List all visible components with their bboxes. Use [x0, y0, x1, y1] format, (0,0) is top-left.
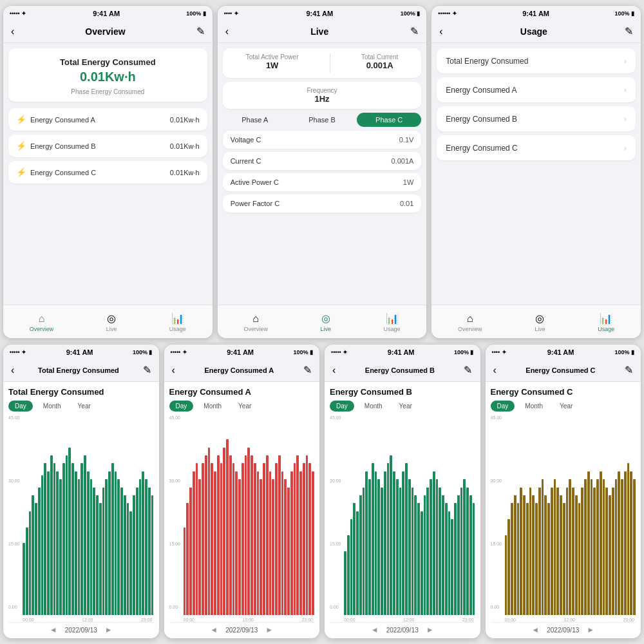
bar	[473, 503, 475, 615]
phase-row-b[interactable]: ⚡ Energy Consumed B 0.01Kw·h	[8, 135, 207, 157]
phase-tab-b[interactable]: Phase B	[290, 113, 354, 127]
chart-tab-day-a[interactable]: Day	[169, 401, 194, 412]
usage-row-a[interactable]: Energy Consumed A ›	[437, 77, 636, 102]
bar	[78, 479, 80, 615]
total-energy-value: 0.01Kw·h	[15, 70, 201, 84]
bar	[520, 488, 522, 615]
next-date-b[interactable]: ►	[426, 625, 434, 634]
nav-cc: ‹ Energy Consumed C ✎	[486, 359, 641, 382]
bar	[29, 511, 32, 615]
back-button-usage[interactable]: ‹	[439, 26, 442, 37]
edit-cb[interactable]: ✎	[464, 364, 472, 376]
back-ca[interactable]: ‹	[172, 365, 175, 376]
bar	[87, 471, 90, 615]
bar	[393, 471, 395, 615]
phase-tab-a[interactable]: Phase A	[223, 113, 287, 127]
tab-usage-live[interactable]: ◎ Live	[535, 312, 545, 332]
phase-tab-c[interactable]: Phase C	[357, 113, 421, 127]
edit-button-overview[interactable]: ✎	[196, 25, 205, 37]
bar	[603, 479, 605, 615]
tab-label-live-ov: Overview	[243, 326, 268, 332]
phase-row-c[interactable]: ⚡ Energy Consumed C 0.01Kw·h	[8, 161, 207, 184]
bar	[38, 488, 41, 615]
tab-live-live[interactable]: ◎ Live	[320, 312, 331, 332]
chart-tab-year-b[interactable]: Year	[393, 401, 419, 412]
bar	[547, 503, 550, 615]
chart-tab-day-b[interactable]: Day	[330, 401, 354, 412]
bar	[469, 495, 472, 615]
live-freq-center: Frequency 1Hz	[231, 87, 414, 104]
bar	[430, 479, 432, 615]
chart-tab-month-b[interactable]: Month	[358, 401, 389, 412]
nav-overview: ‹ Overview ✎	[3, 20, 213, 43]
lightning-icon-a: ⚡	[16, 115, 26, 124]
status-bar-overview: ••••• ✦ 9:41 AM 100% ▮	[3, 6, 213, 20]
chart-tab-year-total[interactable]: Year	[71, 401, 97, 412]
tab-usage-overview[interactable]: ⌂ Overview	[458, 313, 482, 332]
nav-title-cc: Energy Consumed C	[526, 366, 595, 374]
chart-tab-year-a[interactable]: Year	[232, 401, 258, 412]
nav-ct: ‹ Total Energy Consumed ✎	[3, 359, 159, 382]
chart-tab-month-a[interactable]: Month	[197, 401, 228, 412]
tab-live-usage[interactable]: 📊 Usage	[384, 312, 401, 332]
usage-row-total[interactable]: Total Energy Consumed ›	[437, 48, 636, 73]
back-ct[interactable]: ‹	[11, 365, 14, 376]
nav-title-overview: Overview	[85, 26, 125, 37]
back-button-live[interactable]: ‹	[225, 26, 229, 37]
bar	[535, 503, 538, 615]
x-axis-c: 00:00 12:00 23:00	[491, 616, 636, 622]
bar	[381, 488, 383, 615]
live-voltage-row: Voltage C 0.1V	[223, 131, 422, 149]
bar	[111, 463, 114, 615]
bar	[53, 463, 56, 615]
next-date-total[interactable]: ►	[105, 625, 113, 634]
edit-cc[interactable]: ✎	[625, 364, 633, 376]
live-power-factor-row: Power Factor C 0.01	[223, 194, 422, 213]
phase-tabs: Phase A Phase B Phase C	[223, 113, 422, 127]
time-ct: 9:41 AM	[66, 348, 93, 356]
tab-usage-usage[interactable]: 📊 Usage	[598, 312, 614, 332]
tab-live-overview[interactable]: ⌂ Overview	[243, 313, 268, 332]
edit-ct[interactable]: ✎	[143, 364, 151, 376]
live-current-col: Total Current 0.001A	[361, 53, 398, 73]
bar	[563, 503, 565, 615]
home-icon-usage: ⌂	[467, 313, 473, 325]
tab-overview-usage[interactable]: 📊 Usage	[169, 312, 186, 332]
date-nav-b: ◄ 2022/09/13 ►	[330, 622, 475, 636]
chart-tab-day-c[interactable]: Day	[491, 401, 515, 412]
bar	[463, 479, 466, 615]
edit-ca[interactable]: ✎	[303, 364, 312, 376]
bar	[99, 503, 102, 615]
bar	[23, 543, 25, 615]
phase-row-a[interactable]: ⚡ Energy Consumed A 0.01Kw·h	[8, 108, 207, 131]
back-button-overview[interactable]: ‹	[11, 26, 14, 37]
chart-tab-day-total[interactable]: Day	[8, 401, 33, 412]
edit-button-live[interactable]: ✎	[410, 25, 419, 37]
tab-overview-live[interactable]: ◎ Live	[106, 312, 117, 332]
tab-overview-overview[interactable]: ⌂ Overview	[30, 313, 54, 332]
next-date-a[interactable]: ►	[265, 625, 273, 634]
bar	[263, 463, 265, 615]
bars-c	[491, 415, 636, 616]
prev-date-c[interactable]: ◄	[531, 625, 539, 634]
back-cb[interactable]: ‹	[332, 365, 336, 376]
prev-date-b[interactable]: ◄	[371, 625, 379, 634]
edit-button-usage[interactable]: ✎	[625, 25, 633, 37]
signal-cc: •••• ✦	[492, 349, 507, 355]
signal-left-live: •••• ✦	[224, 10, 239, 17]
prev-date-a[interactable]: ◄	[210, 625, 218, 634]
bar	[375, 471, 377, 615]
chart-tab-month-total[interactable]: Month	[37, 401, 68, 412]
chart-tab-year-c[interactable]: Year	[553, 401, 579, 412]
bar	[120, 488, 123, 615]
usage-row-c[interactable]: Energy Consumed C ›	[437, 135, 636, 160]
next-date-c[interactable]: ►	[587, 625, 594, 634]
back-cc[interactable]: ‹	[493, 365, 497, 376]
chart-tab-month-c[interactable]: Month	[518, 401, 549, 412]
bar	[108, 471, 111, 615]
bar	[232, 463, 235, 615]
usage-row-b[interactable]: Energy Consumed B ›	[437, 106, 636, 131]
prev-date-total[interactable]: ◄	[50, 625, 57, 634]
bar	[96, 495, 99, 615]
lightning-icon-b: ⚡	[16, 141, 26, 151]
